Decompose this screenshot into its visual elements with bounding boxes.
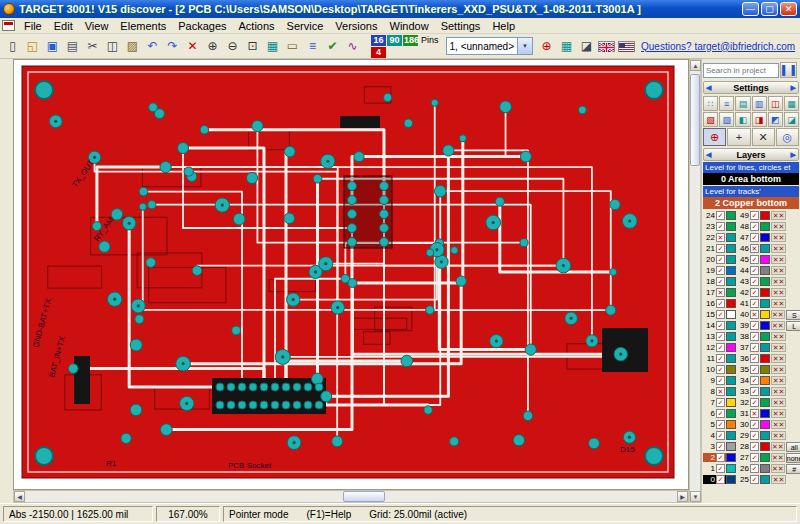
layer-visibility-checkbox[interactable]: ✓ <box>750 222 759 231</box>
layer-lock-toggle[interactable]: ✕✕ <box>771 431 786 440</box>
layer-visibility-checkbox[interactable]: ✓ <box>716 222 725 231</box>
layer-color-swatch[interactable] <box>760 266 770 275</box>
level-tracks-label[interactable]: Level for tracks' <box>703 186 799 197</box>
level-lines-label[interactable]: Level for lines, circles et <box>703 162 799 173</box>
layer-row[interactable]: 24✓49✓✕✕ <box>703 210 799 221</box>
layer-row[interactable]: 15✓40✕✕✕S <box>703 309 799 320</box>
layer-visibility-checkbox[interactable]: ✓ <box>716 453 725 462</box>
layer-visibility-checkbox[interactable]: ✓ <box>716 211 725 220</box>
minimize-button[interactable]: — <box>742 2 759 16</box>
layer-lock-toggle[interactable]: ✕✕ <box>771 420 786 429</box>
layer-lock-toggle[interactable]: ✕✕ <box>771 343 786 352</box>
menu-service[interactable]: Service <box>281 19 330 33</box>
pad-style-icon[interactable]: ▤ <box>735 96 750 111</box>
zoom-out-icon[interactable]: ⊖ <box>223 37 242 56</box>
corner-icon[interactable]: ◩ <box>768 112 783 127</box>
scroll-right-icon[interactable]: ▶ <box>677 491 688 502</box>
layer-visibility-checkbox[interactable]: ✓ <box>750 420 759 429</box>
layer-lock-toggle[interactable]: ✕✕ <box>771 475 786 484</box>
menu-window[interactable]: Window <box>384 19 435 33</box>
layer-color-swatch[interactable] <box>726 453 736 462</box>
layer-visibility-checkbox[interactable]: ✓ <box>716 255 725 264</box>
layer-row[interactable]: 6✓31✕✕✕ <box>703 408 799 419</box>
layer-visibility-checkbox[interactable]: ✓ <box>716 398 725 407</box>
search-options-icon[interactable]: ▌▐ <box>780 62 797 78</box>
layer-action-button[interactable]: # <box>786 464 800 474</box>
layer-visibility-checkbox[interactable]: ✓ <box>716 266 725 275</box>
layer-color-swatch[interactable] <box>726 299 736 308</box>
layer-row[interactable]: 13✓38✓✕✕ <box>703 331 799 342</box>
layer-row[interactable]: 19✓44✓✕✕ <box>703 265 799 276</box>
layer-color-swatch[interactable] <box>760 211 770 220</box>
support-link[interactable]: Questions? target@ibfriedrich.com <box>641 41 795 52</box>
layer-visibility-checkbox[interactable]: ✓ <box>716 420 725 429</box>
layer-visibility-checkbox[interactable]: ✕ <box>716 387 725 396</box>
layer-color-swatch[interactable] <box>726 332 736 341</box>
scroll-down-icon[interactable]: ▼ <box>690 491 701 502</box>
place-component-icon[interactable]: ⊕ <box>537 37 556 56</box>
layer-row[interactable]: 21✓46✕✕✕ <box>703 243 799 254</box>
layer-lock-toggle[interactable]: ✕✕ <box>771 288 786 297</box>
layer-visibility-checkbox[interactable]: ✓ <box>716 464 725 473</box>
layer-color-swatch[interactable] <box>760 398 770 407</box>
menu-versions[interactable]: Versions <box>329 19 383 33</box>
layer-visibility-checkbox[interactable]: ✓ <box>750 332 759 341</box>
scroll-up-icon[interactable]: ▲ <box>690 60 701 71</box>
undo-icon[interactable]: ↶ <box>143 37 162 56</box>
search-input[interactable] <box>703 63 779 78</box>
track-style-icon[interactable]: ◫ <box>768 96 783 111</box>
layer-visibility-checkbox[interactable]: ✓ <box>716 442 725 451</box>
half-right-icon[interactable]: ◨ <box>752 112 767 127</box>
layer-color-swatch[interactable] <box>726 376 736 385</box>
layer-row[interactable]: 12✓37✓✕✕ <box>703 342 799 353</box>
delete-icon[interactable]: ✕ <box>183 37 202 56</box>
layer-visibility-checkbox[interactable]: ✓ <box>716 299 725 308</box>
layer-color-swatch[interactable] <box>726 442 736 451</box>
zoom-in-icon[interactable]: ⊕ <box>203 37 222 56</box>
layer-visibility-checkbox[interactable]: ✕ <box>750 409 759 418</box>
grid-icon[interactable]: ▦ <box>263 37 282 56</box>
layer-color-swatch[interactable] <box>760 442 770 451</box>
layer-color-swatch[interactable] <box>726 354 736 363</box>
layer-color-swatch[interactable] <box>760 332 770 341</box>
chevron-left-icon[interactable]: ◀ <box>706 151 711 159</box>
layer-color-swatch[interactable] <box>760 277 770 286</box>
level-lines-value[interactable]: 0 Area bottom <box>703 173 799 185</box>
layer-color-swatch[interactable] <box>760 475 770 484</box>
layer-color-swatch[interactable] <box>726 343 736 352</box>
layer-color-swatch[interactable] <box>760 343 770 352</box>
layer-color-swatch[interactable] <box>726 387 736 396</box>
layer-lock-toggle[interactable]: ✕✕ <box>771 277 786 286</box>
layer-row[interactable]: 16✓41✓✕✕ <box>703 298 799 309</box>
layer-color-swatch[interactable] <box>760 464 770 473</box>
layer-color-swatch[interactable] <box>726 310 736 319</box>
layer-visibility-checkbox[interactable]: ✓ <box>716 332 725 341</box>
layer-row[interactable]: 7✓32✓✕✕ <box>703 397 799 408</box>
new-icon[interactable]: ▯ <box>3 37 22 56</box>
copy-icon[interactable]: ◫ <box>103 37 122 56</box>
layer-visibility-checkbox[interactable]: ✓ <box>750 442 759 451</box>
layer-lock-toggle[interactable]: ✕✕ <box>771 310 785 319</box>
document-icon[interactable] <box>2 20 15 31</box>
pin-list-icon[interactable]: ≡ <box>719 96 734 111</box>
hatch-icon[interactable]: ▧ <box>703 112 718 127</box>
layer-row[interactable]: 20✓45✓✕✕ <box>703 254 799 265</box>
layer-lock-toggle[interactable]: ✕✕ <box>771 464 785 473</box>
layer-color-swatch[interactable] <box>726 255 736 264</box>
layer-visibility-checkbox[interactable]: ✓ <box>750 255 759 264</box>
layer-visibility-checkbox[interactable]: ✓ <box>750 387 759 396</box>
layer-color-swatch[interactable] <box>726 233 736 242</box>
layer-lock-toggle[interactable]: ✕✕ <box>771 222 786 231</box>
menu-elements[interactable]: Elements <box>114 19 172 33</box>
layer-lock-toggle[interactable]: ✕✕ <box>771 354 786 363</box>
layer-color-swatch[interactable] <box>760 420 770 429</box>
layer-color-swatch[interactable] <box>726 211 736 220</box>
layer-lock-toggle[interactable]: ✕✕ <box>771 442 785 451</box>
layers-header[interactable]: ◀ Layers ▶ <box>703 148 799 161</box>
menu-file[interactable]: File <box>18 19 48 33</box>
layer-visibility-checkbox[interactable]: ✓ <box>716 365 725 374</box>
layer-visibility-checkbox[interactable]: ✕ <box>750 244 759 253</box>
layer-visibility-checkbox[interactable]: ✓ <box>750 299 759 308</box>
layer-color-swatch[interactable] <box>760 453 770 462</box>
layer-row[interactable]: 8✕33✓✕✕ <box>703 386 799 397</box>
